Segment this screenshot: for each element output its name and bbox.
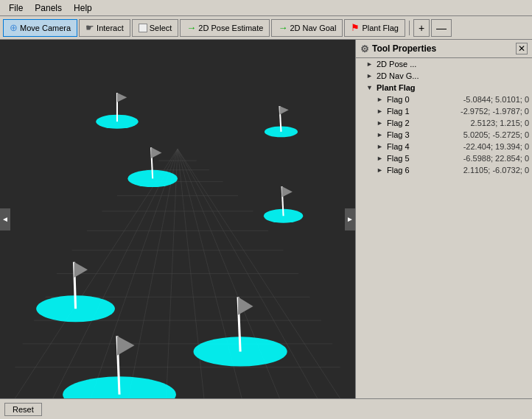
- main-content: ◄ ► ⚙ Tool Properties ✕ ►2D Pose ...►2D …: [0, 40, 532, 398]
- gear-icon: ⚙: [360, 43, 369, 54]
- move-camera-button[interactable]: ⊕ Move Camera: [3, 19, 77, 37]
- tree-item-6[interactable]: ►Flag 35.0205; -5.2725; 0: [356, 129, 532, 141]
- tree-value-5: 2.5123; 1.215; 0: [470, 119, 529, 127]
- right-arrow-icon: ►: [346, 215, 354, 223]
- nav-goal-label: 2D Nav Goal: [290, 24, 336, 32]
- tree-arrow-4: ►: [377, 108, 385, 115]
- move-camera-icon: ⊕: [10, 22, 18, 33]
- pose-estimate-label: 2D Pose Estimate: [198, 24, 263, 32]
- nav-goal-icon: →: [278, 22, 287, 33]
- tree-label-8: Flag 5: [385, 154, 463, 163]
- reset-button[interactable]: Reset: [4, 403, 42, 416]
- viewport[interactable]: ◄ ►: [0, 40, 355, 398]
- status-bar: Reset: [0, 398, 532, 419]
- tool-properties-panel: ⚙ Tool Properties ✕ ►2D Pose ...►2D Nav …: [355, 40, 532, 398]
- tree-label-0: 2D Pose ...: [375, 60, 529, 68]
- select-icon: [139, 24, 147, 32]
- tree-value-3: -5.0844; 5.0101; 0: [463, 95, 529, 104]
- toolbar: ⊕ Move Camera ☛ Interact Select → 2D Pos…: [0, 16, 532, 40]
- tree-item-1[interactable]: ►2D Nav G...: [356, 70, 532, 82]
- tree-label-4: Flag 1: [385, 107, 461, 116]
- menu-help[interactable]: Help: [68, 1, 98, 15]
- tree-arrow-3: ►: [377, 96, 385, 103]
- menu-file[interactable]: File: [3, 1, 29, 15]
- panel-header: ⚙ Tool Properties ✕: [356, 40, 532, 58]
- viewport-scene: [0, 40, 355, 398]
- tree-arrow-6: ►: [377, 131, 385, 138]
- tree-item-4[interactable]: ►Flag 1-2.9752; -1.9787; 0: [356, 105, 532, 117]
- tree-arrow-2: ▼: [366, 84, 375, 91]
- tree-item-3[interactable]: ►Flag 0-5.0844; 5.0101; 0: [356, 94, 532, 105]
- interact-label: Interact: [97, 24, 124, 32]
- tree-item-2[interactable]: ▼Plant Flag: [356, 82, 532, 94]
- tree-item-9[interactable]: ►Flag 62.1105; -6.0732; 0: [356, 164, 532, 176]
- tree-value-4: -2.9752; -1.9787; 0: [461, 107, 529, 116]
- menu-bar: File Panels Help: [0, 0, 532, 16]
- interact-icon: ☛: [85, 22, 94, 33]
- pose-estimate-button[interactable]: → 2D Pose Estimate: [180, 19, 270, 37]
- tree-value-6: 5.0205; -5.2725; 0: [463, 130, 529, 139]
- tree-value-7: -22.404; 19.394; 0: [463, 142, 529, 151]
- tree-item-5[interactable]: ►Flag 22.5123; 1.215; 0: [356, 117, 532, 129]
- panel-title-text: Tool Properties: [372, 43, 436, 54]
- add-icon: +: [419, 22, 424, 34]
- add-button[interactable]: +: [413, 19, 430, 37]
- tree-arrow-7: ►: [377, 143, 385, 150]
- nav-goal-button[interactable]: → 2D Nav Goal: [271, 19, 343, 37]
- plant-flag-label: Plant Flag: [362, 24, 399, 32]
- viewport-scroll-right[interactable]: ►: [345, 208, 355, 230]
- minus-button[interactable]: —: [431, 19, 452, 37]
- tree-items-container: ►2D Pose ...►2D Nav G...▼Plant Flag►Flag…: [356, 58, 532, 176]
- pose-estimate-icon: →: [186, 22, 196, 33]
- tree-label-9: Flag 6: [385, 166, 463, 175]
- plant-flag-icon: ⚑: [351, 22, 360, 33]
- plant-flag-button[interactable]: ⚑ Plant Flag: [344, 19, 405, 37]
- tree-label-2: Plant Flag: [375, 83, 529, 92]
- tree-label-1: 2D Nav G...: [375, 71, 529, 80]
- tree-value-9: 2.1105; -6.0732; 0: [463, 166, 529, 175]
- tree-arrow-8: ►: [377, 155, 385, 162]
- minus-icon: —: [436, 22, 447, 34]
- left-arrow-icon: ◄: [1, 215, 9, 223]
- panel-close-button[interactable]: ✕: [516, 43, 528, 54]
- tree-arrow-9: ►: [377, 166, 385, 174]
- tree-label-7: Flag 4: [385, 142, 463, 151]
- interact-button[interactable]: ☛ Interact: [79, 19, 130, 37]
- viewport-scroll-left[interactable]: ◄: [0, 208, 10, 230]
- tree-label-6: Flag 3: [385, 130, 463, 139]
- move-camera-label: Move Camera: [20, 24, 71, 32]
- tree-arrow-5: ►: [377, 119, 385, 127]
- tree-item-0[interactable]: ►2D Pose ...: [356, 58, 532, 70]
- tree-arrow-0: ►: [366, 60, 375, 68]
- menu-panels[interactable]: Panels: [29, 1, 68, 15]
- tree-value-8: -6.5988; 22.854; 0: [463, 154, 529, 163]
- toolbar-separator: [409, 21, 410, 35]
- select-button[interactable]: Select: [132, 19, 179, 37]
- tree-label-3: Flag 0: [385, 95, 463, 104]
- tree-item-8[interactable]: ►Flag 5-6.5988; 22.854; 0: [356, 152, 532, 164]
- svg-rect-0: [0, 40, 355, 398]
- tree-label-5: Flag 2: [385, 119, 470, 127]
- tree-arrow-1: ►: [366, 72, 375, 80]
- tree-item-7[interactable]: ►Flag 4-22.404; 19.394; 0: [356, 141, 532, 152]
- panel-title: ⚙ Tool Properties: [360, 43, 436, 54]
- select-label: Select: [150, 24, 172, 32]
